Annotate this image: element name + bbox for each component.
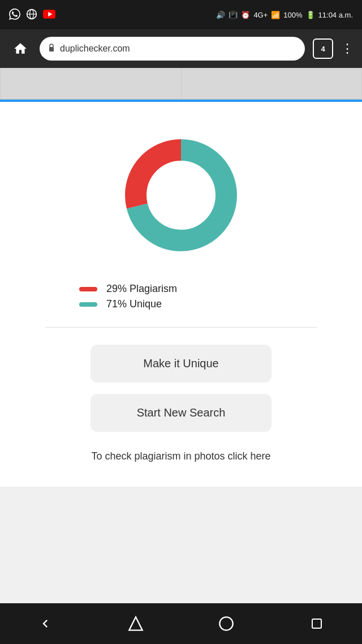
svg-point-10 bbox=[219, 617, 232, 630]
network-type: 4G+ bbox=[253, 11, 268, 19]
make-unique-button[interactable]: Make it Unique bbox=[90, 345, 272, 383]
menu-button[interactable]: ⋮ bbox=[341, 41, 353, 56]
time-display: 11:04 a.m. bbox=[318, 11, 353, 19]
bottom-nav bbox=[0, 603, 362, 644]
battery-icon: 🔋 bbox=[306, 11, 315, 19]
main-content: 29% Plagiarism 71% Unique Make it Unique… bbox=[0, 100, 362, 487]
tabs-button[interactable]: 4 bbox=[313, 38, 333, 59]
top-tabs bbox=[0, 68, 362, 100]
unique-label: 71% Unique bbox=[106, 298, 162, 310]
browser-icon bbox=[26, 8, 37, 22]
android-recents-button[interactable] bbox=[300, 607, 334, 641]
url-bar[interactable]: duplichecker.com bbox=[40, 37, 305, 61]
unique-legend-item: 71% Unique bbox=[79, 298, 283, 310]
status-right-info: 🔊 📳 ⏰ 4G+ 📶 100% 🔋 11:04 a.m. bbox=[216, 11, 353, 19]
divider bbox=[45, 327, 317, 328]
nav-bar: duplichecker.com 4 ⋮ bbox=[0, 29, 362, 68]
battery-percent: 100% bbox=[283, 11, 302, 19]
lock-icon bbox=[48, 43, 55, 54]
plagiarism-label: 29% Plagiarism bbox=[106, 283, 177, 295]
vibrate-icon: 📳 bbox=[229, 11, 238, 19]
status-left-icons bbox=[9, 8, 55, 22]
status-bar: 🔊 📳 ⏰ 4G+ 📶 100% 🔋 11:04 a.m. bbox=[0, 0, 362, 29]
android-home-button[interactable] bbox=[209, 607, 243, 641]
whatsapp-icon bbox=[9, 8, 20, 22]
photo-check-link[interactable]: To check plagiarism in photos click here bbox=[91, 449, 270, 464]
donut-chart bbox=[116, 130, 246, 260]
svg-rect-5 bbox=[49, 47, 54, 51]
alarm-icon: ⏰ bbox=[241, 11, 250, 19]
tab-1[interactable] bbox=[0, 68, 181, 99]
action-buttons: Make it Unique Start New Search bbox=[90, 345, 272, 432]
home-button[interactable] bbox=[9, 37, 32, 60]
signal-bars-icon: 📶 bbox=[271, 11, 280, 19]
plagiarism-legend-item: 29% Plagiarism bbox=[79, 283, 283, 295]
android-back-button[interactable] bbox=[119, 607, 153, 641]
url-text: duplichecker.com bbox=[60, 44, 297, 54]
chart-legend: 29% Plagiarism 71% Unique bbox=[79, 283, 283, 310]
start-new-search-button[interactable]: Start New Search bbox=[90, 394, 272, 432]
plagiarism-color-swatch bbox=[79, 287, 97, 291]
svg-marker-9 bbox=[129, 617, 142, 630]
signal-icon: 🔊 bbox=[216, 11, 225, 19]
svg-point-8 bbox=[147, 161, 215, 229]
svg-rect-11 bbox=[312, 619, 321, 628]
youtube-icon bbox=[43, 10, 55, 20]
back-button[interactable] bbox=[28, 607, 62, 641]
unique-color-swatch bbox=[79, 302, 97, 307]
tab-2[interactable] bbox=[181, 68, 363, 99]
